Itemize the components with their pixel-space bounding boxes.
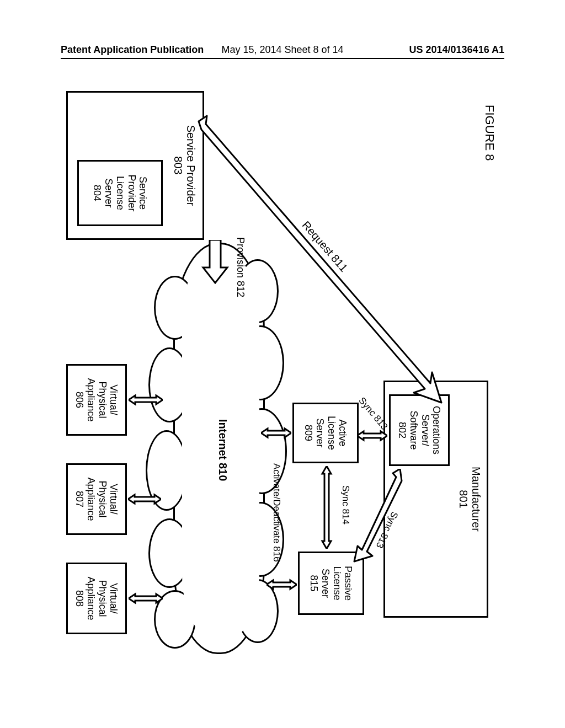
active-to-cloud-arrow — [261, 422, 291, 444]
sync-between-label: Sync 814 — [340, 485, 350, 524]
svg-marker-4 — [322, 466, 331, 549]
provision-label: Provision 812 — [234, 237, 246, 297]
svg-marker-1 — [203, 240, 227, 283]
cloud-to-808-arrow — [129, 587, 163, 609]
svg-marker-2 — [357, 431, 387, 440]
svg-marker-8 — [128, 495, 161, 504]
svg-marker-9 — [129, 594, 163, 603]
figure-canvas: FIGURE 8 Manufacturer 801 Operations Ser… — [61, 88, 502, 662]
appliance-806: Virtual/ Physical Appliance 806 — [66, 364, 127, 436]
cloud-to-807-arrow — [128, 488, 161, 510]
provision-arrow — [199, 240, 232, 284]
sp-license-server-box: Service Provider License Server 804 — [77, 160, 163, 226]
sync-between-arrow — [316, 466, 338, 549]
header-center: May 15, 2014 Sheet 8 of 14 — [221, 44, 343, 56]
internet-label: Internet 810 — [217, 419, 229, 481]
appliance-807: Virtual/ Physical Appliance 807 — [66, 463, 127, 535]
svg-marker-5 — [261, 429, 291, 437]
header-right: US 2014/0136416 A1 — [409, 44, 504, 56]
passive-to-cloud-arrow — [266, 574, 297, 596]
page-header: Patent Application Publication May 15, 2… — [61, 44, 504, 59]
svg-marker-6 — [266, 580, 297, 589]
figure-title: FIGURE 8 — [482, 105, 497, 160]
svg-marker-7 — [129, 395, 163, 404]
appliance-808: Virtual/ Physical Appliance 808 — [66, 563, 127, 634]
cloud-to-806-arrow — [129, 389, 163, 411]
manufacturer-label: Manufacturer 801 — [457, 384, 482, 614]
active-license-box: Active License Server 809 — [292, 403, 359, 463]
header-left: Patent Application Publication — [61, 44, 204, 56]
activate-label: Activate/Deactivate 816 — [271, 463, 281, 562]
